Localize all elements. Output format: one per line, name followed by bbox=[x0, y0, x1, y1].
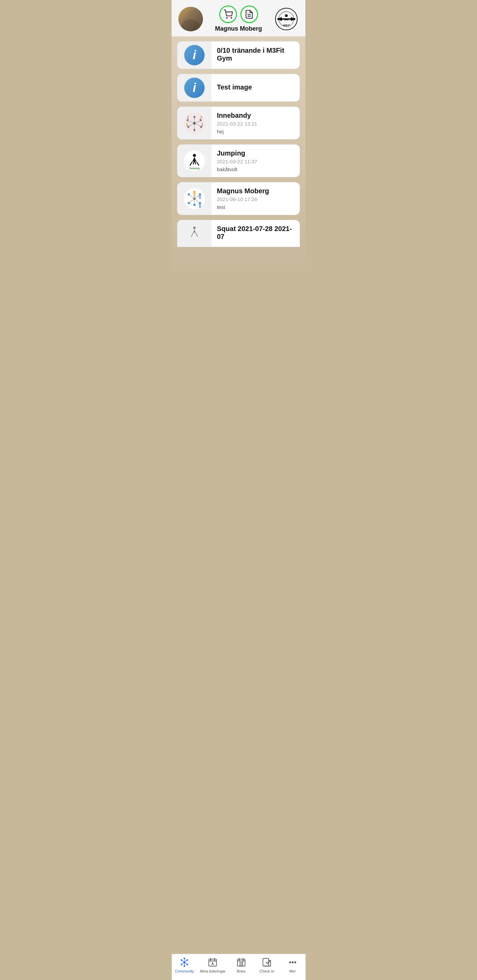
card-message-jumping: bakåtvolt bbox=[217, 166, 294, 172]
avatar[interactable] bbox=[179, 7, 203, 31]
svg-text:🏃: 🏃 bbox=[199, 115, 203, 119]
card-message-innebandy: hej bbox=[217, 129, 294, 134]
svg-point-12 bbox=[285, 14, 288, 17]
card-date-magnus: 2021-06-10 17:26 bbox=[217, 196, 294, 202]
feed-card-magnus[interactable]: Magnus Moberg 2021-06-10 17:26 test bbox=[177, 182, 300, 215]
svg-line-26 bbox=[188, 121, 193, 123]
cart-button[interactable] bbox=[219, 5, 237, 23]
card-title-info-2: Test image bbox=[217, 83, 294, 91]
svg-text:🏃: 🏃 bbox=[185, 123, 189, 127]
svg-rect-7 bbox=[278, 18, 280, 20]
receipt-icon bbox=[244, 10, 254, 19]
svg-rect-9 bbox=[280, 18, 282, 21]
innebandy-svg: 🏃 🏃 🏃 🏃 bbox=[185, 113, 204, 133]
squat-svg bbox=[186, 225, 203, 242]
card-icon-col-squat bbox=[177, 220, 211, 247]
svg-line-38 bbox=[195, 199, 199, 202]
svg-point-1 bbox=[231, 18, 231, 18]
header: Magnus Moberg M3FIT bbox=[172, 0, 305, 37]
svg-text:Jumping: Jumping bbox=[189, 166, 199, 169]
card-title-squat: Squat 2021-07-28 2021-07 bbox=[217, 225, 294, 240]
svg-line-24 bbox=[189, 124, 193, 126]
card-title-info-1: 0/10 tränande i M3Fit Gym bbox=[217, 47, 294, 62]
jumping-icon: Jumping bbox=[183, 150, 205, 172]
svg-line-40 bbox=[190, 199, 194, 202]
svg-point-59 bbox=[188, 193, 190, 195]
feed-card-info-2[interactable]: i Test image bbox=[177, 74, 300, 102]
card-icon-col-jumping: Jumping bbox=[177, 145, 211, 177]
m3fit-logo: M3FIT bbox=[274, 7, 298, 31]
card-body-info-1: 0/10 tränande i M3Fit Gym bbox=[211, 41, 300, 69]
card-icon-col-magnus bbox=[177, 182, 211, 215]
card-icon-col: i bbox=[177, 41, 211, 69]
svg-point-32 bbox=[193, 154, 196, 157]
header-title: Magnus Moberg bbox=[215, 25, 262, 32]
card-body-innebandy: Innebandy 2021-03-22 13:21 hej bbox=[211, 107, 300, 139]
header-center: Magnus Moberg bbox=[203, 5, 274, 32]
svg-point-60 bbox=[193, 227, 196, 229]
svg-line-56 bbox=[200, 206, 201, 208]
community-svg-magnus bbox=[185, 189, 204, 208]
svg-point-21 bbox=[193, 129, 195, 131]
feed-card-info-1[interactable]: i 0/10 tränande i M3Fit Gym bbox=[177, 41, 300, 69]
cart-icon bbox=[223, 10, 233, 19]
feed-card-innebandy[interactable]: 🏃 🏃 🏃 🏃 Innebandy 2021-03-22 13:21 hej bbox=[177, 107, 300, 140]
card-title-jumping: Jumping bbox=[217, 150, 294, 157]
innebandy-icon: 🏃 🏃 🏃 🏃 bbox=[183, 112, 205, 134]
svg-point-58 bbox=[188, 202, 190, 204]
svg-point-47 bbox=[199, 193, 201, 195]
svg-point-52 bbox=[199, 202, 201, 204]
feed-card-jumping[interactable]: Jumping Jumping 2021-03-22 11:37 bakåtvo… bbox=[177, 144, 300, 177]
svg-line-37 bbox=[195, 195, 199, 198]
card-date-innebandy: 2021-03-22 13:21 bbox=[217, 121, 294, 127]
svg-line-20 bbox=[196, 124, 201, 126]
jumping-svg: Jumping bbox=[185, 151, 204, 171]
svg-line-41 bbox=[190, 195, 194, 198]
svg-text:M3FIT: M3FIT bbox=[283, 24, 290, 27]
info-icon-1: i bbox=[184, 45, 205, 65]
card-icon-col-2: i bbox=[177, 74, 211, 102]
svg-point-15 bbox=[193, 116, 195, 118]
svg-point-14 bbox=[193, 122, 195, 124]
header-icons bbox=[219, 5, 258, 23]
svg-rect-10 bbox=[291, 18, 292, 21]
receipt-button[interactable] bbox=[240, 5, 258, 23]
card-title-innebandy: Innebandy bbox=[217, 111, 294, 119]
card-icon-col-innebandy: 🏃 🏃 🏃 🏃 bbox=[177, 107, 211, 139]
svg-text:🏃: 🏃 bbox=[186, 115, 190, 119]
card-message-magnus: test bbox=[217, 204, 294, 210]
community-icon-magnus bbox=[183, 188, 205, 210]
svg-rect-8 bbox=[292, 18, 295, 20]
feed-card-squat[interactable]: Squat 2021-07-28 2021-07 bbox=[177, 220, 300, 247]
card-body-info-2: Test image bbox=[211, 74, 300, 102]
info-icon-2: i bbox=[184, 78, 205, 98]
logo-svg: M3FIT bbox=[275, 8, 298, 30]
card-body-magnus: Magnus Moberg 2021-06-10 17:26 test bbox=[211, 182, 300, 215]
card-date-jumping: 2021-03-22 11:37 bbox=[217, 159, 294, 164]
card-title-magnus: Magnus Moberg bbox=[217, 187, 294, 195]
svg-point-0 bbox=[227, 18, 227, 18]
svg-point-57 bbox=[193, 204, 195, 205]
svg-line-18 bbox=[196, 121, 200, 123]
svg-point-42 bbox=[193, 191, 195, 192]
card-body-squat: Squat 2021-07-28 2021-07 bbox=[211, 220, 300, 247]
feed-container: i 0/10 tränande i M3Fit Gym i Test image bbox=[172, 37, 305, 278]
svg-text:🏃: 🏃 bbox=[201, 123, 204, 127]
svg-line-51 bbox=[200, 197, 201, 199]
card-body-jumping: Jumping 2021-03-22 11:37 bakåtvolt bbox=[211, 145, 300, 177]
